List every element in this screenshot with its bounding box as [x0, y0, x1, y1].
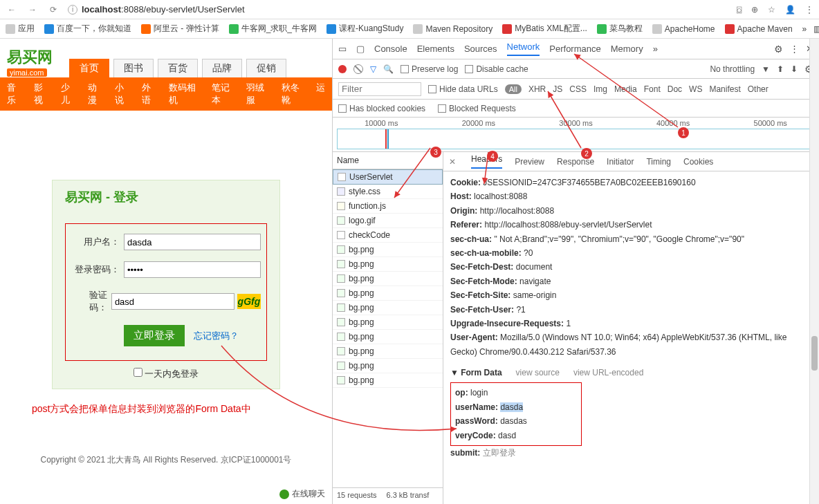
tab-initiator[interactable]: Initiator — [607, 157, 634, 167]
bookmark-item[interactable]: 牛客网_求职_牛客网 — [229, 23, 317, 35]
sub-nav-item[interactable]: 笔记本 — [212, 82, 235, 106]
profile-icon[interactable]: 👤 — [785, 5, 795, 15]
forward-button[interactable]: → — [26, 3, 39, 16]
request-row[interactable]: bg.png — [333, 344, 443, 359]
settings-icon[interactable]: ⚙ — [774, 44, 783, 55]
nav-tab-home[interactable]: 首页 — [69, 59, 109, 77]
request-row[interactable]: checkCode — [333, 228, 443, 243]
clear-button[interactable] — [353, 64, 363, 74]
request-row[interactable]: function.js — [333, 199, 443, 214]
nav-tab-books[interactable]: 图书 — [113, 59, 154, 77]
filter-type[interactable]: CSS — [569, 84, 587, 94]
site-logo[interactable]: 易买网 yimai.com — [7, 47, 69, 77]
back-button[interactable]: ← — [6, 3, 18, 16]
throttling-select[interactable]: No throttling — [710, 64, 755, 74]
sub-nav-item[interactable]: 羽绒服 — [246, 82, 270, 106]
tab-preview[interactable]: Preview — [515, 157, 544, 167]
filter-type[interactable]: Doc — [668, 84, 682, 94]
site-info-icon[interactable]: i — [68, 5, 77, 15]
filter-input[interactable] — [338, 82, 421, 96]
filter-type[interactable]: Media — [614, 84, 637, 94]
bookmark-item[interactable]: ApacheHome — [652, 24, 715, 34]
vertical-scrollbar[interactable] — [809, 39, 819, 504]
remember-checkbox[interactable] — [134, 368, 142, 377]
tab-more[interactable]: » — [653, 44, 658, 54]
close-details-icon[interactable]: ✕ — [449, 157, 456, 167]
sub-nav-item[interactable]: 秋冬靴 — [282, 82, 305, 106]
sub-nav-item[interactable]: 运 — [316, 82, 325, 106]
bookmark-item[interactable]: 百度一下，你就知道 — [44, 23, 131, 35]
tab-cookies[interactable]: Cookies — [683, 157, 713, 167]
request-row[interactable]: bg.png — [333, 373, 443, 388]
online-chat[interactable]: 在线聊天 — [279, 488, 325, 500]
username-input[interactable] — [124, 234, 261, 250]
request-row[interactable]: bg.png — [333, 330, 443, 344]
sub-nav-item[interactable]: 影视 — [34, 82, 50, 106]
filter-type[interactable]: Manifest — [709, 84, 740, 94]
bookmark-item[interactable]: MyBatis XML配置... — [502, 23, 587, 35]
filter-type[interactable]: XHR — [528, 84, 546, 94]
device-icon[interactable]: ▢ — [356, 44, 365, 54]
chevron-down-icon[interactable]: ▼ — [762, 64, 770, 74]
record-button[interactable] — [338, 65, 347, 73]
captcha-input[interactable] — [111, 293, 234, 310]
bookmark-item[interactable]: Maven Repository — [413, 24, 493, 34]
request-row[interactable]: bg.png — [333, 286, 443, 301]
tab-timing[interactable]: Timing — [646, 157, 671, 167]
nav-tab-promo[interactable]: 促销 — [246, 59, 286, 77]
login-button[interactable]: 立即登录 — [124, 325, 185, 346]
filter-type[interactable]: Font — [644, 84, 661, 94]
url-bar[interactable]: i localhost:8088/ebuy-servlet/UserServle… — [68, 4, 728, 15]
sub-nav-item[interactable]: 少儿 — [61, 82, 77, 106]
sub-nav-item[interactable]: 小说 — [115, 82, 131, 106]
filter-type[interactable]: JS — [553, 84, 562, 94]
bookmark-item[interactable]: 菜鸟教程 — [597, 23, 643, 35]
download-icon[interactable]: ⬇ — [791, 64, 798, 74]
bookmark-item[interactable]: 课程-KuangStudy — [326, 23, 403, 35]
zoom-icon[interactable]: ⊕ — [751, 5, 758, 15]
star-icon[interactable]: ☆ — [768, 5, 775, 15]
reload-button[interactable]: ⟳ — [47, 3, 59, 16]
apps-button[interactable]: 应用 — [6, 23, 35, 35]
bookmark-item[interactable]: 阿里云 - 弹性计算 — [141, 23, 219, 35]
sub-nav-item[interactable]: 数码相机 — [169, 82, 201, 106]
filter-type[interactable]: WS — [689, 84, 702, 94]
tab-elements[interactable]: Elements — [417, 44, 454, 54]
request-row[interactable]: bg.png — [333, 359, 443, 373]
hide-data-urls-checkbox[interactable]: Hide data URLs — [428, 84, 498, 94]
sub-nav-item[interactable]: 音乐 — [7, 82, 23, 106]
preserve-log-checkbox[interactable]: Preserve log — [401, 64, 458, 74]
request-row[interactable]: style.css — [333, 185, 443, 199]
inspect-icon[interactable]: ▭ — [338, 44, 347, 54]
tab-memory[interactable]: Memory — [611, 44, 643, 54]
menu-icon[interactable]: ⋮ — [805, 5, 813, 15]
timeline[interactable]: 10000 ms 20000 ms 30000 ms 40000 ms 5000… — [333, 118, 819, 152]
sub-nav-item[interactable]: 外语 — [142, 82, 158, 106]
request-row[interactable]: bg.png — [333, 243, 443, 257]
devtools-menu-icon[interactable]: ⋮ — [790, 44, 799, 55]
captcha-image[interactable]: gGfg — [237, 294, 261, 309]
blocked-requests-checkbox[interactable]: Blocked Requests — [438, 104, 516, 113]
filter-type[interactable]: Other — [748, 84, 769, 94]
tab-performance[interactable]: Performance — [549, 44, 600, 54]
filter-type[interactable]: Img — [593, 84, 607, 94]
request-row[interactable]: UserServlet — [333, 169, 443, 185]
tab-network[interactable]: Network — [507, 41, 540, 56]
blocked-cookies-checkbox[interactable]: Has blocked cookies — [338, 104, 425, 113]
bookmark-item[interactable]: Apache Maven — [725, 24, 793, 34]
request-row[interactable]: bg.png — [333, 257, 443, 272]
request-row[interactable]: logo.gif — [333, 214, 443, 228]
filter-type-all[interactable]: All — [505, 84, 522, 94]
upload-icon[interactable]: ⬆ — [777, 64, 784, 74]
request-row[interactable]: bg.png — [333, 272, 443, 286]
key-icon[interactable]: ⌼ — [737, 5, 742, 15]
request-row[interactable]: bg.png — [333, 315, 443, 330]
tab-sources[interactable]: Sources — [464, 44, 497, 54]
password-input[interactable] — [124, 261, 261, 278]
filter-icon[interactable]: ▽ — [370, 64, 376, 74]
disable-cache-checkbox[interactable]: Disable cache — [465, 64, 528, 74]
forgot-password-link[interactable]: 忘记密码？ — [194, 330, 239, 341]
tab-console[interactable]: Console — [374, 44, 407, 54]
bookmarks-more[interactable]: » — [802, 24, 807, 34]
sub-nav-item[interactable]: 动漫 — [88, 82, 104, 106]
